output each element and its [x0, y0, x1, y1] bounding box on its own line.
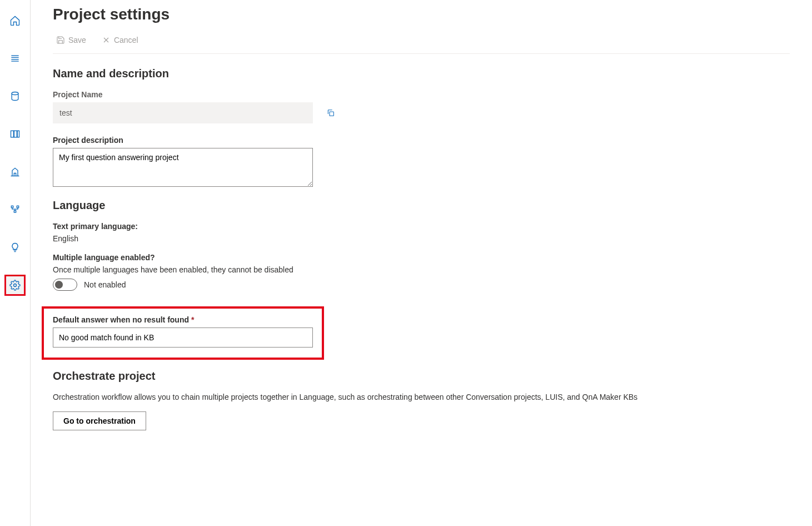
- default-answer-input[interactable]: [53, 327, 313, 348]
- cancel-button-label: Cancel: [114, 36, 138, 44]
- building-icon[interactable]: [4, 161, 26, 182]
- primary-language-label: Text primary language:: [53, 222, 790, 231]
- sidebar: [0, 0, 31, 526]
- svg-rect-8: [11, 206, 13, 207]
- multi-language-label: Multiple language enabled?: [53, 253, 790, 262]
- database-icon[interactable]: [4, 86, 26, 107]
- svg-rect-6: [14, 131, 17, 137]
- project-desc-input[interactable]: [53, 148, 313, 187]
- default-answer-highlight: Default answer when no result found*: [42, 306, 324, 360]
- settings-icon[interactable]: [4, 275, 26, 296]
- svg-point-4: [12, 92, 18, 95]
- svg-rect-5: [11, 131, 14, 137]
- orchestrate-desc: Orchestration workflow allows you to cha…: [53, 393, 790, 401]
- svg-rect-14: [330, 112, 333, 116]
- library-icon[interactable]: [4, 123, 26, 145]
- default-answer-label: Default answer when no result found*: [53, 315, 313, 324]
- lightbulb-icon[interactable]: [4, 237, 26, 258]
- close-icon: [102, 36, 111, 44]
- save-button-label: Save: [68, 36, 86, 44]
- save-icon: [56, 36, 65, 44]
- primary-language-value: English: [53, 234, 790, 243]
- go-to-orchestration-button[interactable]: Go to orchestration: [53, 411, 146, 430]
- list-icon[interactable]: [4, 48, 26, 69]
- project-name-input[interactable]: [53, 102, 313, 123]
- toolbar: Save Cancel: [53, 33, 790, 54]
- copy-icon: [326, 108, 335, 118]
- project-name-label: Project Name: [53, 90, 790, 99]
- multi-language-toggle-label: Not enabled: [84, 280, 126, 289]
- required-indicator: *: [191, 315, 194, 324]
- cancel-button[interactable]: Cancel: [98, 33, 142, 47]
- svg-rect-7: [17, 131, 19, 137]
- multi-language-help: Once multiple languages have been enable…: [53, 265, 790, 274]
- project-desc-label: Project description: [53, 136, 790, 145]
- svg-rect-10: [14, 211, 16, 212]
- section-name-desc: Name and description: [53, 67, 790, 80]
- save-button[interactable]: Save: [53, 33, 89, 47]
- network-icon[interactable]: [4, 199, 26, 220]
- svg-rect-9: [17, 206, 18, 207]
- svg-point-11: [14, 284, 17, 287]
- page-title: Project settings: [53, 6, 790, 23]
- copy-button[interactable]: [323, 105, 338, 121]
- home-icon[interactable]: [4, 10, 26, 31]
- multi-language-toggle[interactable]: [53, 279, 77, 291]
- section-language: Language: [53, 199, 790, 212]
- main-content: Project settings Save Cancel Name and de…: [31, 0, 812, 526]
- section-orchestrate: Orchestrate project: [53, 370, 790, 383]
